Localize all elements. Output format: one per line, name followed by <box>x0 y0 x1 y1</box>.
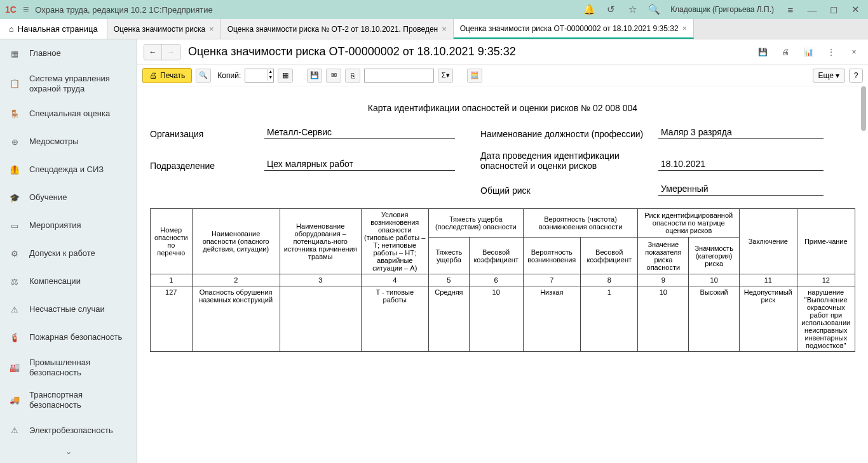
menu-icon[interactable]: ⋮ <box>824 45 839 59</box>
th-2: Наименование опасности (опасного действи… <box>192 209 280 274</box>
sidebar-item-electric[interactable]: ⚠Электробезопасность <box>0 417 137 445</box>
num-9: 9 <box>638 274 689 286</box>
th-6: Весовой коэффициент <box>469 238 523 274</box>
preview-button[interactable]: 🔍 <box>196 69 211 83</box>
cell-4: Т - типовые работы <box>361 286 428 352</box>
report-scroll[interactable]: Карта идентификации опасностей и оценки … <box>137 86 868 463</box>
maximize-icon[interactable]: ◻ <box>826 2 841 17</box>
sidebar-item-main[interactable]: ▦Главное <box>0 39 137 67</box>
close-icon[interactable]: × <box>846 45 862 59</box>
tab-2[interactable]: Оценка значимости риска № ОТ-2 от 18.10.… <box>221 19 454 39</box>
tab-1[interactable]: Оценка значимости риска × <box>107 19 221 39</box>
report-heading: Карта идентификации опасностей и оценки … <box>150 103 855 113</box>
warning-icon: ⚠ <box>8 302 22 316</box>
grid-button[interactable]: ▦ <box>278 69 293 83</box>
chart-icon[interactable]: 📊 <box>801 45 816 59</box>
tab-3[interactable]: Оценка значимости риска ОТ-00000002 от 1… <box>454 19 694 39</box>
home-tab[interactable]: ⌂ Начальная страница <box>0 19 107 39</box>
sidebar-item-training[interactable]: 🎓Обучение <box>0 184 137 211</box>
overall-value: Умеренный <box>658 182 824 196</box>
close-icon[interactable]: × <box>442 24 447 34</box>
num-5: 5 <box>428 274 469 286</box>
help-button[interactable]: ? <box>849 69 863 83</box>
forward-button[interactable]: → <box>162 44 180 60</box>
th-56: Тяжесть ущерба (последствия) опасности <box>428 209 523 238</box>
sidebar-item-compensation[interactable]: ⚖Компенсации <box>0 267 137 295</box>
num-10: 10 <box>689 274 740 286</box>
app-title: Охрана труда, редакция 10.2 1С:Предприят… <box>35 5 212 15</box>
th-910: Риск идентифицированной опасности по мат… <box>638 209 740 238</box>
sidebar-item-special[interactable]: 🪑Специальная оценка <box>0 100 137 128</box>
sidebar-item-transport[interactable]: 🚚Транспортная безопасность <box>0 384 137 416</box>
sidebar-item-events[interactable]: ▭Мероприятия <box>0 211 137 239</box>
date-label: Дата проведения идентификации опасностей… <box>480 151 658 171</box>
close-icon[interactable]: × <box>209 24 214 34</box>
minimize-icon[interactable]: — <box>804 2 820 17</box>
cell-9: 10 <box>638 286 689 352</box>
risk-table: Номер опасности по перечню Наименование … <box>150 208 855 352</box>
user-name[interactable]: Кладовщик (Григорьева Л.П.) <box>670 5 774 14</box>
warning-icon: ⚠ <box>8 424 22 438</box>
dup-button[interactable]: ⎘ <box>345 69 360 83</box>
close-icon[interactable]: × <box>682 23 688 33</box>
close-icon[interactable]: ✕ <box>848 2 863 17</box>
tabstrip: ⌂ Начальная страница Оценка значимости р… <box>0 19 868 39</box>
sidebar-item-fire[interactable]: 🧯Пожарная безопасность <box>0 323 137 351</box>
num-6: 6 <box>469 274 523 286</box>
sidebar-item-med[interactable]: ⊕Медосмотры <box>0 128 137 156</box>
page-input[interactable] <box>364 69 434 83</box>
more-button[interactable]: Еще ▾ <box>813 69 845 83</box>
crane-icon: ⚙ <box>8 246 22 260</box>
history-icon[interactable]: ↺ <box>603 2 618 17</box>
vertical-scrollbar[interactable] <box>860 86 867 463</box>
overall-label: Общий риск <box>480 185 658 196</box>
bell-icon[interactable]: 🔔 <box>581 2 597 17</box>
scrollbar-thumb[interactable] <box>861 86 866 131</box>
sidebar-item-ppe[interactable]: 🦺Спецодежда и СИЗ <box>0 156 137 184</box>
th-12: Приме-чание <box>797 209 855 274</box>
spin-up[interactable]: ▲ <box>267 69 273 75</box>
sidebar-item-incidents[interactable]: ⚠Несчастные случаи <box>0 295 137 323</box>
table-row[interactable]: 127 Опасность обрушения наземных констру… <box>151 286 855 352</box>
hamburger-icon[interactable]: ≡ <box>23 4 29 15</box>
medkit-icon: ⊕ <box>8 135 22 149</box>
spin-down[interactable]: ▼ <box>267 75 273 81</box>
main-area: ← → Оценка значимости риска ОТ-00000002 … <box>137 39 868 463</box>
th-8: Весовой коэффициент <box>580 238 637 274</box>
sidebar-item-industrial[interactable]: 🏭Промышленная безопасность <box>0 351 137 384</box>
filter-icon[interactable]: ≡ <box>783 2 798 17</box>
extinguisher-icon: 🧯 <box>8 330 22 344</box>
chair-icon: 🪑 <box>8 107 22 121</box>
org-label: Организация <box>150 129 264 139</box>
dept-label: Подразделение <box>150 161 264 171</box>
position-label: Наименование должности (профессии) <box>480 129 658 139</box>
sidebar-item-system[interactable]: 📋Система управления охраной труда <box>0 67 137 100</box>
th-4: Условия возникновения опасности (типовые… <box>361 209 428 274</box>
num-12: 12 <box>797 274 855 286</box>
star-icon[interactable]: ☆ <box>625 2 640 17</box>
print-button[interactable]: 🖨 Печать <box>142 68 192 83</box>
th-7: Вероятность возникновения <box>523 238 580 274</box>
sum-button[interactable]: Σ▾ <box>438 69 453 83</box>
back-button[interactable]: ← <box>144 44 162 60</box>
num-3: 3 <box>280 274 361 286</box>
cell-6: 10 <box>469 286 523 352</box>
th-78: Вероятность (частота) возникновения опас… <box>523 209 638 238</box>
calc-button[interactable]: 🧮 <box>467 69 482 83</box>
num-8: 8 <box>580 274 637 286</box>
save-icon[interactable]: 💾 <box>755 45 770 59</box>
sidebar-item-permits[interactable]: ⚙Допуски к работе <box>0 239 137 267</box>
date-value: 18.10.2021 <box>658 158 824 171</box>
doc-title: Оценка значимости риска ОТ-00000002 от 1… <box>188 45 516 58</box>
num-7: 7 <box>523 274 580 286</box>
cell-8: 1 <box>580 286 637 352</box>
th-1: Номер опасности по перечню <box>151 209 193 274</box>
mail-button[interactable]: ✉ <box>326 69 341 83</box>
app-logo: 1С <box>5 4 17 15</box>
home-icon: ⌂ <box>9 24 14 34</box>
search-icon[interactable]: 🔍 <box>646 2 661 17</box>
save-report-button[interactable]: 💾 <box>307 69 322 83</box>
grid-icon: ▦ <box>8 46 22 60</box>
sidebar-chevron-down[interactable]: ⌄ <box>0 445 137 459</box>
print-icon[interactable]: 🖨 <box>778 45 793 59</box>
